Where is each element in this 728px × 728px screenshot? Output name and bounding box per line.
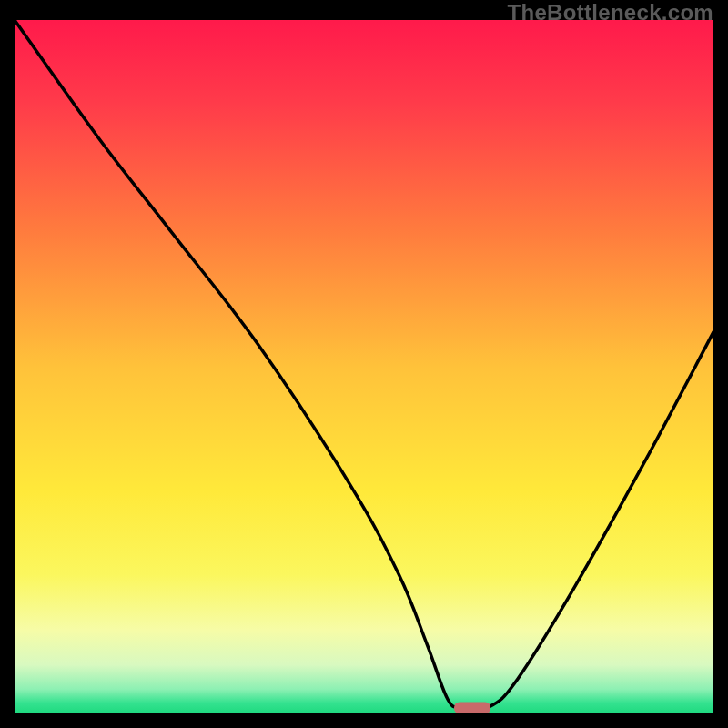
optimal-marker — [454, 702, 490, 713]
plot-area — [15, 20, 713, 713]
gradient-background — [15, 20, 713, 713]
chart-frame: TheBottleneck.com — [0, 0, 728, 728]
watermark-text: TheBottleneck.com — [508, 0, 713, 25]
bottleneck-chart — [15, 20, 713, 713]
